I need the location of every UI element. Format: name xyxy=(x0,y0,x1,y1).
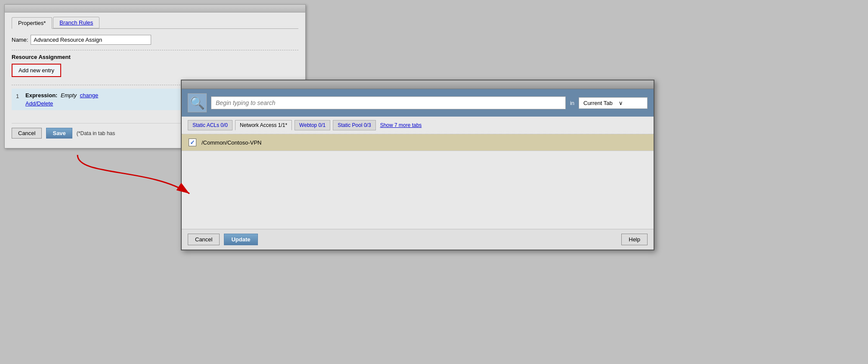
current-tab-label: Current Tab xyxy=(583,100,613,106)
cancel-button[interactable]: Cancel xyxy=(12,128,42,139)
entry-number: 1 xyxy=(16,93,22,99)
name-input[interactable] xyxy=(31,35,151,45)
fg-dialog-titlebar xyxy=(182,80,654,89)
expression-label: Expression: xyxy=(25,92,57,99)
name-label: Name: xyxy=(12,37,28,43)
status-text: (*Data in tab has xyxy=(77,130,115,136)
dialog-titlebar xyxy=(5,5,305,12)
tab-properties[interactable]: Properties* xyxy=(12,17,52,29)
tab-static-pool[interactable]: Static Pool 0/3 xyxy=(333,120,375,130)
search-icon: 🔍 xyxy=(190,96,205,110)
resource-picker-dialog: 🔍 in Current Tab ∨ Static ACLs 0/0 Netwo… xyxy=(181,80,654,250)
expression-value: Empty xyxy=(61,92,77,99)
check-icon: ✓ xyxy=(190,139,195,146)
fg-cancel-button[interactable]: Cancel xyxy=(188,234,220,245)
item-checkbox[interactable]: ✓ xyxy=(189,139,196,146)
save-button[interactable]: Save xyxy=(46,128,72,139)
resource-tabs: Static ACLs 0/0 Network Access 1/1* Webt… xyxy=(182,117,654,134)
tab-network-access[interactable]: Network Access 1/1* xyxy=(235,120,292,130)
resource-assignment-header: Resource Assignment xyxy=(12,54,298,60)
item-path: /Common/Contoso-VPN xyxy=(202,139,261,146)
show-more-tabs-link[interactable]: Show 7 more tabs xyxy=(380,122,422,128)
search-bar: 🔍 in Current Tab ∨ xyxy=(182,89,654,117)
fg-bottom-left: Cancel Update xyxy=(188,234,258,245)
fg-dialog-bottom-bar: Cancel Update Help xyxy=(182,229,654,250)
dialog-tabs: Properties* Branch Rules xyxy=(12,17,298,29)
tab-branch-rules[interactable]: Branch Rules xyxy=(53,17,99,28)
search-scope-select[interactable]: Current Tab ∨ xyxy=(579,97,648,109)
add-delete-link[interactable]: Add/Delete xyxy=(25,100,53,107)
change-link[interactable]: change xyxy=(80,92,99,99)
annotation-arrow xyxy=(22,142,202,228)
resource-content-area: ✓ /Common/Contoso-VPN xyxy=(182,134,654,229)
search-in-label: in xyxy=(570,100,574,106)
search-icon-box: 🔍 xyxy=(188,93,207,112)
fg-update-button[interactable]: Update xyxy=(224,234,257,245)
chevron-down-icon: ∨ xyxy=(619,100,623,106)
name-field-row: Name: xyxy=(12,35,298,45)
separator-1 xyxy=(12,50,298,50)
resource-item-row: ✓ /Common/Contoso-VPN xyxy=(182,134,654,151)
tab-webtop[interactable]: Webtop 0/1 xyxy=(294,120,330,130)
fg-help-button[interactable]: Help xyxy=(621,234,648,245)
search-input[interactable] xyxy=(211,96,566,109)
add-new-entry-button[interactable]: Add new entry xyxy=(12,64,61,77)
tab-static-acls[interactable]: Static ACLs 0/0 xyxy=(188,120,232,130)
